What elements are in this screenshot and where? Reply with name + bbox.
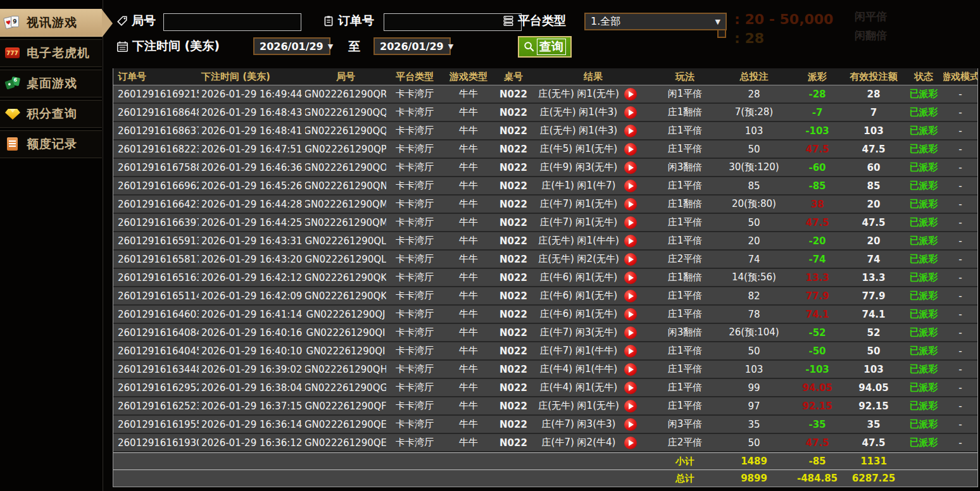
play-video-button[interactable]: [624, 235, 637, 247]
play-method-cell: 庄1翻倍: [653, 104, 717, 121]
play-video-button[interactable]: [624, 345, 637, 357]
play-video-button[interactable]: [624, 271, 637, 284]
play-video-button[interactable]: [624, 253, 637, 266]
sidebar-item-label: 额度记录: [27, 136, 77, 152]
play-video-button[interactable]: [624, 125, 637, 137]
total-bet-cell: 50: [717, 434, 791, 451]
order-no-cell: 260129161651145: [113, 287, 199, 304]
table-no-cell: N022: [494, 232, 533, 249]
bet-time-cell: 2026-01-29 16:36:14: [199, 416, 305, 433]
play-video-button[interactable]: [624, 216, 637, 229]
game-type-cell: 牛牛: [443, 434, 494, 451]
play-video-button[interactable]: [624, 106, 637, 119]
platform-cell: 卡卡湾厅: [386, 122, 443, 139]
result-cell: 庄(牛7) 闲2(牛4): [533, 434, 653, 451]
search-button-label: 查询: [537, 39, 566, 55]
sidebar-item-table-games[interactable]: 桌面游戏: [0, 70, 102, 97]
clipboard-icon: [323, 15, 334, 27]
game-mode-cell: -: [943, 251, 977, 268]
payout-cell: -28: [791, 85, 843, 103]
column-header-order-no: 订单号: [113, 68, 199, 85]
sidebar-item-points-query[interactable]: 积分查询: [0, 100, 102, 128]
platform-type-select[interactable]: 1.全部 ▼: [584, 13, 727, 30]
result-text: 庄(牛7) 闲3(牛3): [533, 418, 624, 430]
play-video-button[interactable]: [624, 161, 637, 174]
total-bet-cell: 26(预:104): [717, 324, 791, 341]
play-method-cell: 庄1翻倍: [653, 196, 717, 213]
total-bet-cell: 78: [717, 306, 791, 323]
sidebar-item-label: 视讯游戏: [27, 15, 77, 31]
payout-cell: -103: [791, 122, 843, 139]
play-video-button[interactable]: [624, 308, 637, 321]
order-no-cell: 260129161686375: [113, 122, 199, 139]
date-to-picker[interactable]: 2026/01/29 ▼: [374, 37, 451, 55]
round-no-input[interactable]: [163, 13, 301, 31]
round-no-cell: GN022261290QR: [305, 85, 386, 103]
status-cell: 已派彩: [904, 214, 943, 231]
round-no-cell: GN022261290QL: [305, 232, 386, 249]
play-video-button[interactable]: [624, 88, 637, 101]
round-no-cell: GN022261290QE: [305, 416, 386, 433]
platform-cell: 卡卡湾厅: [386, 251, 443, 268]
platform-cell: 卡卡湾厅: [386, 214, 443, 231]
play-video-button[interactable]: [624, 180, 637, 192]
platform-cell: 卡卡湾厅: [386, 177, 443, 194]
quota-records-doc-icon: [4, 137, 21, 152]
play-video-button[interactable]: [624, 437, 637, 449]
result-cell: 庄(无牛) 闲1(无牛): [533, 85, 653, 103]
date-from-value: 2026/01/29: [260, 40, 324, 53]
status-cell: 已派彩: [904, 287, 943, 304]
payout-cell: -50: [791, 342, 843, 359]
search-button[interactable]: 查询: [518, 36, 572, 58]
result-text: 庄(无牛) 闲1(牛3): [533, 106, 624, 118]
total-bet-cell: 28: [717, 85, 791, 103]
table-no-cell: N022: [494, 361, 533, 378]
sidebar-item-label: 桌面游戏: [27, 75, 77, 92]
table-no-cell: N022: [494, 269, 533, 286]
table-row: 2601291616460352026-01-29 16:41:14GN0222…: [113, 306, 977, 324]
bet-time-cell: 2026-01-29 16:37:15: [199, 397, 305, 414]
bet-time-cell: 2026-01-29 16:40:16: [199, 324, 305, 341]
column-header-platform: 平台类型: [386, 68, 443, 85]
table-row: 2601291616193062026-01-29 16:36:12GN0222…: [113, 434, 977, 452]
table-no-cell: N022: [494, 104, 533, 121]
payout-cell: -7: [791, 104, 843, 121]
result-cell: 庄(牛6) 闲1(无牛): [533, 269, 653, 286]
order-no-input[interactable]: [384, 13, 522, 31]
play-video-button[interactable]: [624, 143, 637, 156]
order-no-cell: 260129161686489: [113, 104, 199, 121]
play-video-button[interactable]: [624, 326, 637, 339]
sidebar-item-video-games[interactable]: ♥9 视讯游戏: [0, 9, 102, 37]
table-no-cell: N022: [494, 342, 533, 359]
payout-cell: -74: [791, 251, 843, 268]
valid-bet-cell: 20: [843, 196, 904, 213]
play-video-button[interactable]: [624, 290, 637, 302]
play-video-button[interactable]: [624, 400, 637, 413]
column-header-round-no: 局号: [305, 68, 386, 85]
status-cell: 已派彩: [904, 159, 943, 176]
sidebar-item-slot-machine[interactable]: 777 电子老虎机: [0, 39, 102, 67]
play-video-button[interactable]: [624, 418, 637, 431]
platform-type-label: 平台类型: [518, 13, 566, 29]
play-video-button[interactable]: [624, 363, 637, 376]
payout-cell: -52: [791, 324, 843, 341]
play-video-button[interactable]: [624, 198, 637, 211]
round-no-cell: GN022261290QK: [305, 269, 386, 286]
table-row: 2601291616822322026-01-29 16:47:51GN0222…: [113, 140, 977, 159]
table-row: 2601291616921562026-01-29 16:49:44GN0222…: [113, 85, 977, 104]
bet-time-cell: 2026-01-29 16:40:10: [199, 342, 305, 359]
result-text: 庄(牛4) 闲1(牛牛): [533, 363, 624, 375]
result-text: 庄(牛1) 闲1(牛7): [533, 180, 624, 192]
play-method-cell: 闲3翻倍: [653, 324, 717, 341]
payout-cell: -85: [791, 177, 843, 194]
payout-cell: -20: [791, 232, 843, 249]
sidebar-item-quota-records[interactable]: 额度记录: [0, 130, 102, 158]
table-no-cell: N022: [494, 196, 533, 213]
date-from-picker[interactable]: 2026/01/29 ▼: [253, 37, 330, 55]
payout-cell: -103: [791, 361, 843, 378]
footer-spacer: [113, 470, 653, 487]
play-method-cell: 闲3翻倍: [653, 159, 717, 176]
play-video-button[interactable]: [624, 382, 637, 394]
table-row: 2601291616195512026-01-29 16:36:14GN0222…: [113, 416, 977, 434]
bet-time-cell: 2026-01-29 16:41:14: [199, 306, 305, 323]
